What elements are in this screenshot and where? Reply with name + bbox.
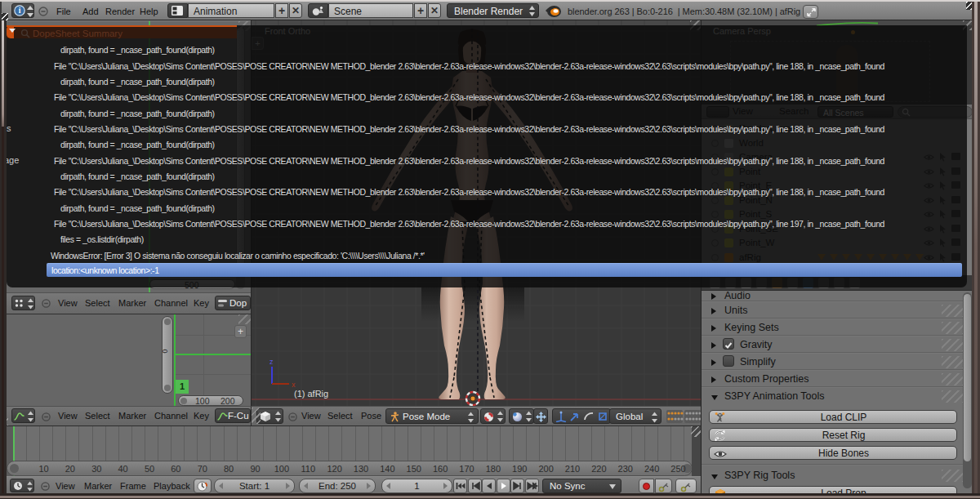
svg-text:z: z [270, 358, 274, 366]
svg-text:x: x [292, 381, 296, 389]
svg-text:i: i [19, 7, 21, 15]
